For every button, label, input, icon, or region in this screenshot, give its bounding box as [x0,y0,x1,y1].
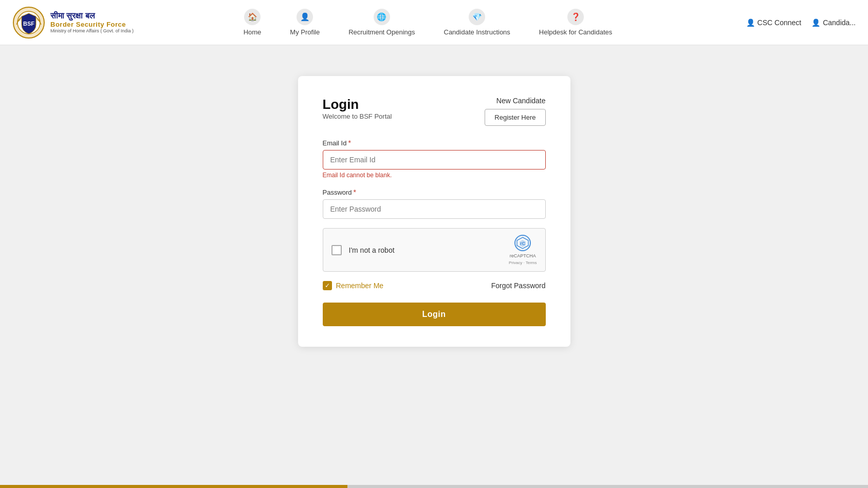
remember-me-label: Remember Me [336,281,384,290]
recaptcha-logo-icon: rC [514,235,531,251]
recaptcha-links: Privacy · Terms [509,260,537,265]
csc-connect-link[interactable]: 👤 CSC Connect [746,18,802,27]
login-title-section: Login Welcome to BSF Portal [323,97,392,135]
logo-sub-text: Ministry of Home Affairs ( Govt. of Indi… [50,28,134,34]
password-form-group: Password * [323,188,546,219]
login-card: Login Welcome to BSF Portal New Candidat… [298,76,570,347]
nav-item-my-profile[interactable]: 👤 My Profile [275,4,334,41]
candidate-link-label: Candida... [823,18,856,27]
email-label: Email Id * [323,139,546,147]
email-error-message: Email Id cannot be blank. [323,172,546,179]
csc-connect-label: CSC Connect [758,18,802,27]
recaptcha-checkbox[interactable] [331,245,342,255]
profile-icon: 👤 [297,9,313,25]
recaptcha-brand: reCAPTCHA [510,253,536,258]
nav-label-candidate-instructions: Candidate Instructions [444,28,510,36]
helpdesk-icon: ❓ [567,9,584,25]
bsf-logo-icon: BSF [12,6,45,39]
user-icon: 👤 [746,18,755,27]
remember-me[interactable]: ✓ Remember Me [323,281,384,290]
password-label: Password * [323,188,546,196]
login-button[interactable]: Login [323,303,546,326]
candidate-user-icon: 👤 [811,18,820,27]
svg-text:BSF: BSF [23,21,34,27]
password-input[interactable] [323,199,546,219]
forgot-password-link[interactable]: Forgot Password [491,281,546,290]
email-required-star: * [348,139,350,147]
recruitment-icon: 🌐 [374,9,390,25]
nav-label-home: Home [244,28,262,36]
bottom-bar [0,485,868,488]
candidate-link[interactable]: 👤 Candida... [811,18,856,27]
logo-english-text: Border Security Force [50,21,134,29]
candidate-instructions-icon: 💎 [469,9,485,25]
nav-label-helpdesk: Helpdesk for Candidates [539,28,612,36]
register-here-button[interactable]: Register Here [485,109,545,126]
nav-label-my-profile: My Profile [290,28,320,36]
nav-label-recruitment: Recruitment Openings [348,28,415,36]
new-candidate-section: New Candidate Register Here [485,97,545,126]
recaptcha-left: I'm not a robot [331,245,395,255]
header: BSF सीमा सुरक्षा बल Border Security Forc… [0,0,868,45]
logo-hindi-text: सीमा सुरक्षा बल [50,11,134,21]
logo-text: सीमा सुरक्षा बल Border Security Force Mi… [50,11,134,34]
nav-item-helpdesk[interactable]: ❓ Helpdesk for Candidates [525,4,626,41]
email-input[interactable] [323,150,546,170]
nav-item-candidate-instructions[interactable]: 💎 Candidate Instructions [430,4,525,41]
email-form-group: Email Id * Email Id cannot be blank. [323,139,546,179]
nav-item-home[interactable]: 🏠 Home [229,4,276,41]
bottom-row: ✓ Remember Me Forgot Password [323,281,546,290]
main-content: Login Welcome to BSF Portal New Candidat… [0,45,868,488]
login-title: Login [323,97,392,112]
svg-text:rC: rC [520,241,526,246]
welcome-text: Welcome to BSF Portal [323,112,392,120]
nav-item-recruitment[interactable]: 🌐 Recruitment Openings [334,4,429,41]
login-card-header: Login Welcome to BSF Portal New Candidat… [323,97,546,135]
logo-area: BSF सीमा सुरक्षा बल Border Security Forc… [12,6,134,39]
remember-me-checkbox[interactable]: ✓ [323,281,332,290]
header-right: 👤 CSC Connect 👤 Candida... [722,18,856,27]
password-required-star: * [354,188,356,196]
recaptcha-box[interactable]: I'm not a robot rC reCAPTCHA Privacy · T… [323,228,546,272]
recaptcha-text: I'm not a robot [349,246,395,254]
recaptcha-right: rC reCAPTCHA Privacy · Terms [509,235,537,265]
main-nav: 🏠 Home 👤 My Profile 🌐 Recruitment Openin… [134,4,722,41]
new-candidate-label: New Candidate [496,97,546,105]
home-icon: 🏠 [244,9,261,25]
